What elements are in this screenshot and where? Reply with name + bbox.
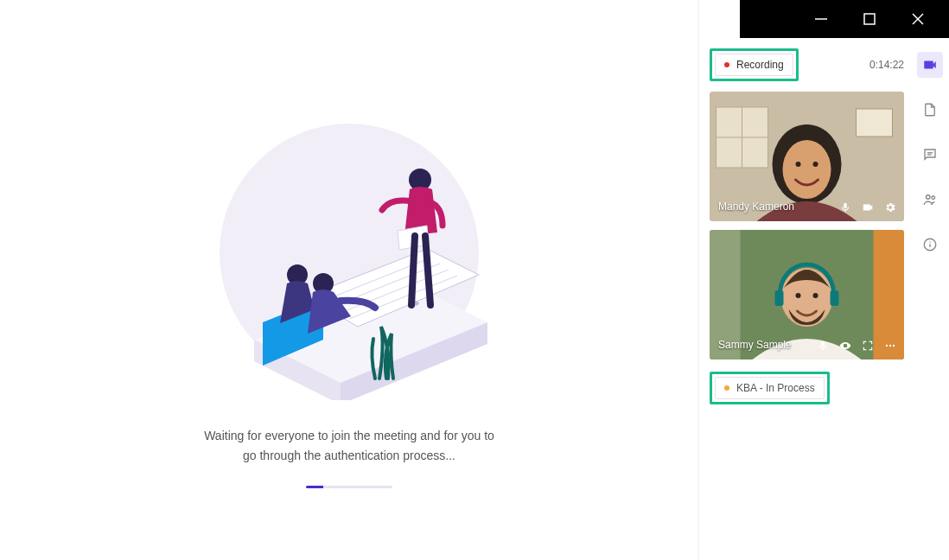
side-rail: [911, 38, 949, 560]
record-dot-icon: [724, 62, 729, 67]
video-panel: Recording 0:14:22: [699, 38, 949, 560]
mic-icon[interactable]: [838, 200, 852, 214]
rail-document-button[interactable]: [917, 97, 943, 123]
minimize-button[interactable]: [812, 10, 830, 28]
participant-name: Mandy Kameron: [718, 200, 794, 213]
rail-info-button[interactable]: [917, 232, 943, 258]
mic-icon[interactable]: [816, 339, 830, 353]
recording-highlight: Recording: [710, 48, 799, 81]
svg-point-37: [889, 345, 891, 347]
rail-participants-button[interactable]: [917, 187, 943, 213]
status-dot-icon: [724, 385, 729, 391]
svg-rect-33: [831, 290, 839, 306]
svg-rect-23: [857, 109, 893, 137]
kba-status-label: KBA - In Process: [736, 382, 815, 394]
svg-point-35: [813, 293, 818, 298]
eye-icon[interactable]: [838, 339, 852, 353]
svg-rect-16: [864, 14, 875, 24]
video-tile-sammy[interactable]: Sammy Sample: [710, 230, 904, 360]
progress-bar: [306, 486, 392, 488]
expand-icon[interactable]: [861, 339, 875, 353]
kba-highlight: KBA - In Process: [710, 372, 830, 404]
kba-status-badge: KBA - In Process: [715, 377, 825, 399]
window-titlebar: [740, 0, 949, 38]
recording-label: Recording: [736, 59, 784, 71]
call-timer: 0:14:22: [869, 59, 904, 71]
svg-point-27: [813, 162, 818, 167]
participant-name: Sammy Sample: [718, 339, 792, 351]
svg-point-26: [796, 162, 801, 167]
close-button[interactable]: [909, 10, 927, 28]
more-icon[interactable]: [883, 339, 897, 353]
camera-icon[interactable]: [861, 200, 875, 214]
svg-point-36: [886, 345, 888, 347]
waiting-text: Waiting for everyone to join the meeting…: [202, 426, 496, 465]
svg-point-34: [796, 293, 801, 298]
maximize-button[interactable]: [861, 10, 878, 28]
svg-point-25: [783, 140, 831, 199]
waiting-illustration: [202, 106, 496, 400]
rail-video-button[interactable]: [917, 52, 943, 78]
gear-icon[interactable]: [883, 200, 897, 214]
video-tile-mandy[interactable]: Mandy Kameron: [710, 92, 904, 221]
svg-point-38: [893, 345, 895, 347]
rail-chat-button[interactable]: [917, 142, 943, 168]
main-waiting-area: Waiting for everyone to join the meeting…: [0, 0, 698, 560]
recording-badge: Recording: [715, 54, 793, 76]
svg-point-41: [927, 195, 931, 200]
svg-point-45: [929, 241, 931, 243]
svg-rect-32: [775, 290, 784, 306]
svg-point-42: [932, 196, 935, 200]
